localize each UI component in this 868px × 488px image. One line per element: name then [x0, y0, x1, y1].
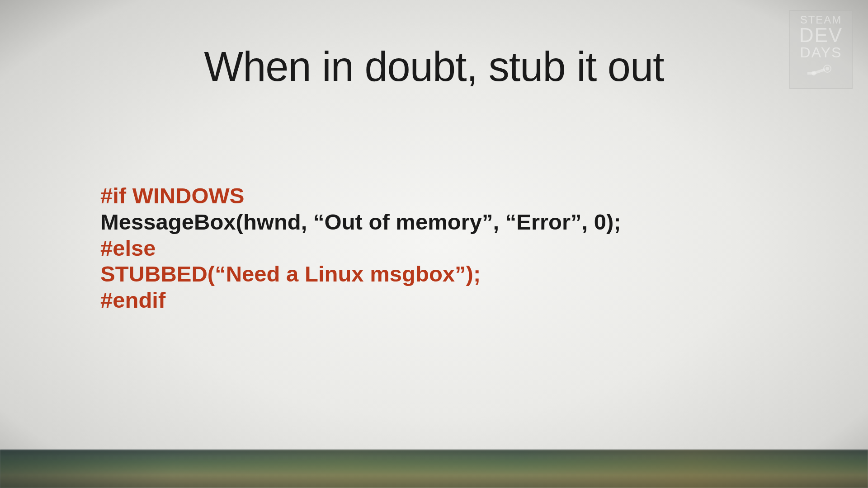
code-line-1: #if WINDOWS [100, 183, 621, 209]
code-line-5: #endif [100, 287, 621, 314]
code-block: #if WINDOWS MessageBox(hwnd, “Out of mem… [100, 183, 621, 314]
code-line-3: #else [100, 235, 621, 262]
slide-title: When in doubt, stub it out [0, 43, 868, 90]
code-line-4: STUBBED(“Need a Linux msgbox”); [100, 261, 621, 287]
footer-overlay [0, 450, 868, 488]
slide: STEAM DEV DAYS When in doubt, stub it ou… [0, 0, 868, 488]
logo-line-dev: DEV [799, 25, 843, 45]
code-line-2: MessageBox(hwnd, “Out of memory”, “Error… [100, 209, 621, 235]
